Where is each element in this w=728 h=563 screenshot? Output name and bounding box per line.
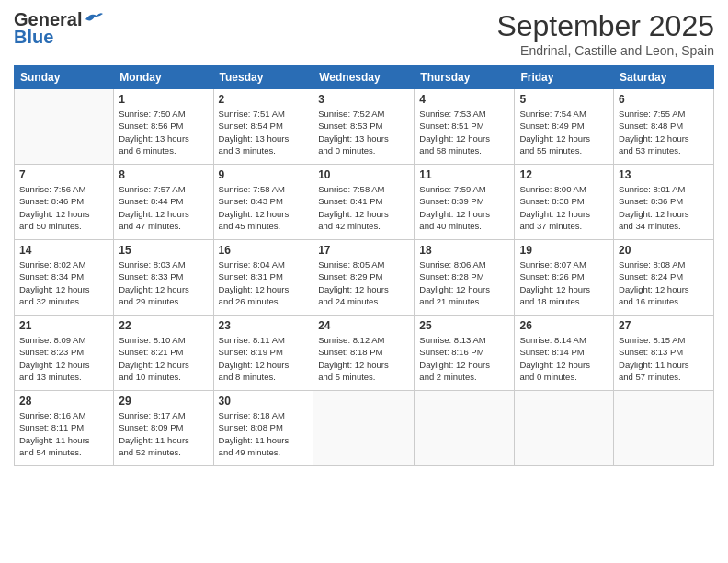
header-wednesday: Wednesday <box>313 66 415 89</box>
day-number: 1 <box>119 93 208 106</box>
header-saturday: Saturday <box>614 66 714 89</box>
day-info: Sunrise: 8:00 AM Sunset: 8:38 PM Dayligh… <box>519 183 609 232</box>
day-info: Sunrise: 7:52 AM Sunset: 8:53 PM Dayligh… <box>318 108 409 156</box>
day-cell: 8Sunrise: 7:57 AM Sunset: 8:44 PM Daylig… <box>114 165 213 240</box>
day-cell: 1Sunrise: 7:50 AM Sunset: 8:56 PM Daylig… <box>114 89 213 165</box>
day-number: 9 <box>219 168 309 181</box>
day-cell: 13Sunrise: 8:01 AM Sunset: 8:36 PM Dayli… <box>614 165 714 240</box>
day-info: Sunrise: 7:50 AM Sunset: 8:56 PM Dayligh… <box>119 108 208 156</box>
logo-blue: Blue <box>14 27 53 48</box>
calendar-page: General Blue September 2025 Endrinal, Ca… <box>0 0 728 563</box>
day-cell: 2Sunrise: 7:51 AM Sunset: 8:54 PM Daylig… <box>213 89 313 165</box>
day-info: Sunrise: 8:13 AM Sunset: 8:16 PM Dayligh… <box>419 334 509 383</box>
day-info: Sunrise: 8:01 AM Sunset: 8:36 PM Dayligh… <box>619 183 709 232</box>
week-row-1: 1Sunrise: 7:50 AM Sunset: 8:56 PM Daylig… <box>15 89 714 165</box>
day-cell: 14Sunrise: 8:02 AM Sunset: 8:34 PM Dayli… <box>15 240 114 316</box>
day-info: Sunrise: 7:58 AM Sunset: 8:43 PM Dayligh… <box>219 183 309 232</box>
day-info: Sunrise: 8:15 AM Sunset: 8:13 PM Dayligh… <box>619 334 709 383</box>
day-info: Sunrise: 8:11 AM Sunset: 8:19 PM Dayligh… <box>219 334 309 383</box>
day-cell: 11Sunrise: 7:59 AM Sunset: 8:39 PM Dayli… <box>415 165 515 240</box>
day-cell: 30Sunrise: 8:18 AM Sunset: 8:08 PM Dayli… <box>213 391 313 466</box>
day-info: Sunrise: 8:18 AM Sunset: 8:08 PM Dayligh… <box>219 409 309 458</box>
day-number: 15 <box>119 244 208 257</box>
day-number: 21 <box>19 319 108 332</box>
day-number: 29 <box>119 395 208 408</box>
day-number: 12 <box>519 168 609 181</box>
day-number: 14 <box>19 244 108 257</box>
day-info: Sunrise: 8:16 AM Sunset: 8:11 PM Dayligh… <box>19 409 108 458</box>
header-sunday: Sunday <box>15 66 114 89</box>
header: General Blue September 2025 Endrinal, Ca… <box>14 9 714 58</box>
location-subtitle: Endrinal, Castille and Leon, Spain <box>496 43 714 58</box>
day-number: 23 <box>219 319 309 332</box>
day-number: 22 <box>119 319 208 332</box>
day-info: Sunrise: 8:06 AM Sunset: 8:28 PM Dayligh… <box>419 259 509 307</box>
day-cell: 28Sunrise: 8:16 AM Sunset: 8:11 PM Dayli… <box>15 391 114 466</box>
calendar-table: Sunday Monday Tuesday Wednesday Thursday… <box>14 65 714 466</box>
day-info: Sunrise: 8:02 AM Sunset: 8:34 PM Dayligh… <box>19 259 108 307</box>
day-info: Sunrise: 7:51 AM Sunset: 8:54 PM Dayligh… <box>219 108 309 156</box>
day-cell: 7Sunrise: 7:56 AM Sunset: 8:46 PM Daylig… <box>15 165 114 240</box>
day-number: 19 <box>519 244 609 257</box>
day-number: 30 <box>219 395 309 408</box>
day-cell: 12Sunrise: 8:00 AM Sunset: 8:38 PM Dayli… <box>515 165 614 240</box>
day-number: 8 <box>119 168 208 181</box>
day-info: Sunrise: 7:56 AM Sunset: 8:46 PM Dayligh… <box>19 183 108 232</box>
day-info: Sunrise: 7:53 AM Sunset: 8:51 PM Dayligh… <box>419 108 509 156</box>
header-monday: Monday <box>114 66 213 89</box>
day-cell: 26Sunrise: 8:14 AM Sunset: 8:14 PM Dayli… <box>515 316 614 391</box>
day-cell: 27Sunrise: 8:15 AM Sunset: 8:13 PM Dayli… <box>614 316 714 391</box>
day-info: Sunrise: 8:14 AM Sunset: 8:14 PM Dayligh… <box>519 334 609 383</box>
day-cell: 20Sunrise: 8:08 AM Sunset: 8:24 PM Dayli… <box>614 240 714 316</box>
day-info: Sunrise: 8:05 AM Sunset: 8:29 PM Dayligh… <box>318 259 409 307</box>
day-number: 20 <box>619 244 709 257</box>
header-friday: Friday <box>515 66 614 89</box>
day-cell: 17Sunrise: 8:05 AM Sunset: 8:29 PM Dayli… <box>313 240 415 316</box>
day-cell: 9Sunrise: 7:58 AM Sunset: 8:43 PM Daylig… <box>213 165 313 240</box>
day-cell: 15Sunrise: 8:03 AM Sunset: 8:33 PM Dayli… <box>114 240 213 316</box>
day-cell: 3Sunrise: 7:52 AM Sunset: 8:53 PM Daylig… <box>313 89 415 165</box>
day-cell: 24Sunrise: 8:12 AM Sunset: 8:18 PM Dayli… <box>313 316 415 391</box>
day-number: 17 <box>318 244 409 257</box>
day-cell <box>15 89 114 165</box>
day-number: 4 <box>419 93 509 106</box>
day-number: 27 <box>619 319 709 332</box>
week-row-4: 21Sunrise: 8:09 AM Sunset: 8:23 PM Dayli… <box>15 316 714 391</box>
day-cell: 4Sunrise: 7:53 AM Sunset: 8:51 PM Daylig… <box>415 89 515 165</box>
day-info: Sunrise: 7:58 AM Sunset: 8:41 PM Dayligh… <box>318 183 409 232</box>
day-info: Sunrise: 7:59 AM Sunset: 8:39 PM Dayligh… <box>419 183 509 232</box>
day-number: 25 <box>419 319 509 332</box>
week-row-3: 14Sunrise: 8:02 AM Sunset: 8:34 PM Dayli… <box>15 240 714 316</box>
logo-bird-icon <box>84 10 104 27</box>
day-cell: 18Sunrise: 8:06 AM Sunset: 8:28 PM Dayli… <box>415 240 515 316</box>
day-number: 13 <box>619 168 709 181</box>
day-number: 18 <box>419 244 509 257</box>
day-number: 7 <box>19 168 108 181</box>
day-cell <box>415 391 515 466</box>
day-number: 24 <box>318 319 409 332</box>
day-number: 26 <box>519 319 609 332</box>
day-cell: 21Sunrise: 8:09 AM Sunset: 8:23 PM Dayli… <box>15 316 114 391</box>
day-cell: 5Sunrise: 7:54 AM Sunset: 8:49 PM Daylig… <box>515 89 614 165</box>
day-cell <box>614 391 714 466</box>
day-info: Sunrise: 8:07 AM Sunset: 8:26 PM Dayligh… <box>519 259 609 307</box>
day-info: Sunrise: 8:12 AM Sunset: 8:18 PM Dayligh… <box>318 334 409 383</box>
month-title: September 2025 <box>496 9 714 43</box>
day-cell: 10Sunrise: 7:58 AM Sunset: 8:41 PM Dayli… <box>313 165 415 240</box>
day-number: 28 <box>19 395 108 408</box>
weekday-header-row: Sunday Monday Tuesday Wednesday Thursday… <box>15 66 714 89</box>
day-cell <box>313 391 415 466</box>
day-info: Sunrise: 8:17 AM Sunset: 8:09 PM Dayligh… <box>119 409 208 458</box>
day-number: 11 <box>419 168 509 181</box>
day-number: 16 <box>219 244 309 257</box>
day-cell <box>515 391 614 466</box>
day-cell: 23Sunrise: 8:11 AM Sunset: 8:19 PM Dayli… <box>213 316 313 391</box>
day-number: 5 <box>519 93 609 106</box>
day-info: Sunrise: 8:09 AM Sunset: 8:23 PM Dayligh… <box>19 334 108 383</box>
title-block: September 2025 Endrinal, Castille and Le… <box>496 9 714 58</box>
day-info: Sunrise: 8:04 AM Sunset: 8:31 PM Dayligh… <box>219 259 309 307</box>
header-tuesday: Tuesday <box>213 66 313 89</box>
day-info: Sunrise: 8:03 AM Sunset: 8:33 PM Dayligh… <box>119 259 208 307</box>
day-number: 2 <box>219 93 309 106</box>
week-row-5: 28Sunrise: 8:16 AM Sunset: 8:11 PM Dayli… <box>15 391 714 466</box>
